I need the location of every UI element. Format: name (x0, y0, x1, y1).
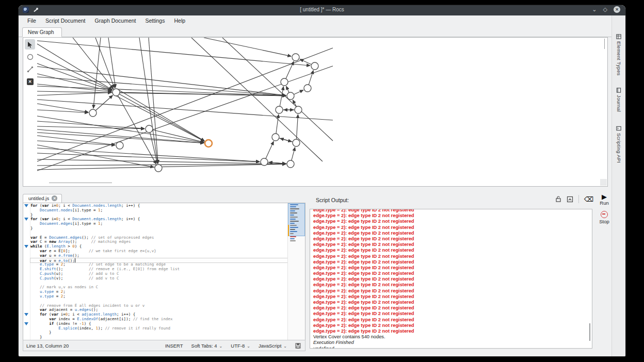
graph-canvas[interactable]: ✕ (23, 37, 608, 187)
delete-tool[interactable]: ✕ (25, 76, 35, 87)
close-tab-icon[interactable]: ✕ (52, 195, 57, 201)
export-output-icon[interactable] (567, 196, 573, 203)
canvas-vertical-scrollbar[interactable] (604, 39, 605, 49)
graph-edge[interactable] (37, 104, 88, 112)
output-error-line: edge.type = 2): edge type ID 2 not regis… (313, 328, 589, 334)
script-output-console[interactable]: edge.type = 2): edge type ID 2 not regis… (310, 209, 592, 349)
graph-node[interactable] (311, 62, 318, 70)
graph-edge[interactable] (37, 41, 310, 65)
graph-edge[interactable] (37, 48, 333, 161)
code-line[interactable]: v.type = 2; (30, 294, 287, 299)
tab-untitled-js[interactable]: untitled.js ✕ (23, 194, 62, 203)
graph-node[interactable] (155, 164, 162, 172)
language-dropdown[interactable]: JavaScript⌄ (259, 343, 287, 349)
dock-tab-label: Scripting API (616, 133, 622, 163)
code-line[interactable]: // mark u,v as nodes in C (30, 285, 287, 290)
graph-edge[interactable] (139, 38, 158, 163)
fold-arrow-icon[interactable] (24, 218, 28, 221)
graph-drawing[interactable] (23, 38, 607, 186)
code-line[interactable]: Document.nodes[i].type = 1; (30, 208, 287, 213)
graph-node[interactable] (293, 139, 300, 146)
output-scrollbar[interactable] (589, 323, 590, 341)
stop-button[interactable]: Stop (595, 211, 613, 224)
graph-node[interactable] (116, 142, 123, 149)
menu-help[interactable]: Help (169, 17, 190, 25)
fold-arrow-icon[interactable] (24, 245, 28, 248)
code-line[interactable]: var u = e.from(); (30, 254, 287, 258)
graph-node[interactable] (295, 106, 302, 113)
graph-edge[interactable] (119, 90, 204, 141)
fold-arrow-icon[interactable] (24, 322, 28, 325)
editor-tab-label: untitled.js (28, 195, 49, 201)
graph-edge[interactable] (113, 94, 204, 141)
graph-edge[interactable] (37, 159, 286, 164)
graph-node[interactable] (287, 92, 294, 100)
graph-node[interactable] (89, 109, 96, 117)
menu-file[interactable]: File (23, 17, 41, 25)
minimize-icon[interactable]: ⌄ (592, 6, 597, 13)
clear-output-icon[interactable]: ⌫ (584, 195, 593, 203)
editor-minimap-scrollbar[interactable] (287, 203, 305, 340)
graph-edge[interactable] (37, 110, 88, 113)
graph-edge[interactable] (108, 38, 116, 88)
fold-arrow-icon[interactable] (24, 204, 28, 207)
menu-graph-document[interactable]: Graph Document (90, 17, 141, 25)
dock-tab-journal[interactable]: Journal (612, 87, 625, 112)
fold-margin[interactable] (23, 203, 30, 340)
graph-edge[interactable] (149, 38, 158, 163)
graph-edge[interactable] (37, 84, 111, 92)
code-line[interactable]: C.push(v); // add v to C (30, 276, 287, 281)
graph-node[interactable] (146, 125, 153, 133)
save-disk-icon[interactable] (295, 343, 301, 349)
graph-edge[interactable] (37, 44, 112, 90)
menu-settings[interactable]: Settings (141, 17, 170, 25)
graph-edge[interactable] (37, 133, 204, 143)
graph-edge[interactable] (116, 92, 286, 96)
fold-arrow-icon[interactable] (24, 313, 28, 316)
code-line[interactable]: u.type = 2; (30, 290, 287, 294)
text-caret (75, 258, 75, 262)
graph-edge[interactable] (37, 153, 260, 162)
close-icon[interactable]: ✕ (614, 6, 620, 13)
graph-node[interactable] (112, 89, 120, 96)
add-node-tool[interactable] (25, 52, 35, 62)
code-line[interactable]: } (30, 226, 287, 231)
title-bar[interactable]: [ untitled ]* — Rocs ⌄ ◇ ✕ (19, 5, 625, 15)
graph-node[interactable] (292, 54, 299, 61)
graph-node[interactable] (281, 78, 288, 86)
graph-edge[interactable] (204, 38, 291, 56)
graph-node[interactable] (304, 85, 311, 92)
graph-node[interactable] (272, 134, 279, 141)
dock-tab-scripting-api[interactable]: Scripting API (612, 125, 625, 163)
tab-new-graph[interactable]: New Graph (22, 27, 62, 37)
add-edge-tool[interactable] (25, 64, 35, 74)
maximize-icon[interactable]: ◇ (603, 6, 607, 13)
graph-edge[interactable] (296, 114, 298, 143)
code-line[interactable]: E.splice(index, 1); // remove it if real… (30, 326, 287, 331)
select-tool[interactable] (25, 39, 35, 50)
dock-tab-element-types[interactable]: Element Types (612, 33, 625, 76)
graph-edge[interactable] (37, 92, 111, 95)
graph-edge[interactable] (37, 141, 115, 145)
graph-node[interactable] (287, 160, 294, 168)
script-editor[interactable]: for (var i=0; i < Document.nodes.length;… (23, 203, 305, 341)
code-line[interactable]: } (30, 331, 287, 335)
graph-edge[interactable] (37, 54, 112, 90)
canvas-horizontal-scrollbar[interactable] (49, 183, 112, 183)
graph-node[interactable] (261, 158, 268, 166)
encoding-dropdown[interactable]: UTF-8⌄ (231, 343, 250, 349)
graph-node-selected[interactable] (205, 140, 212, 147)
graph-edge[interactable] (116, 92, 204, 141)
graph-edge[interactable] (37, 136, 115, 145)
lock-output-icon[interactable] (555, 195, 561, 203)
menu-script-document[interactable]: Script Document (41, 17, 90, 25)
graph-node[interactable] (276, 106, 283, 113)
insert-mode[interactable]: INSERT (165, 343, 183, 349)
code-line[interactable]: Document.edges[i].type = 1; (30, 222, 287, 226)
graph-edge[interactable] (37, 145, 154, 167)
run-button[interactable]: ▶ Run (595, 194, 613, 206)
code-line[interactable]: } (30, 335, 287, 340)
edge-line-icon (27, 66, 34, 73)
soft-tabs-dropdown[interactable]: Soft Tabs: 4⌄ (191, 343, 223, 349)
graph-edge[interactable] (37, 77, 286, 95)
